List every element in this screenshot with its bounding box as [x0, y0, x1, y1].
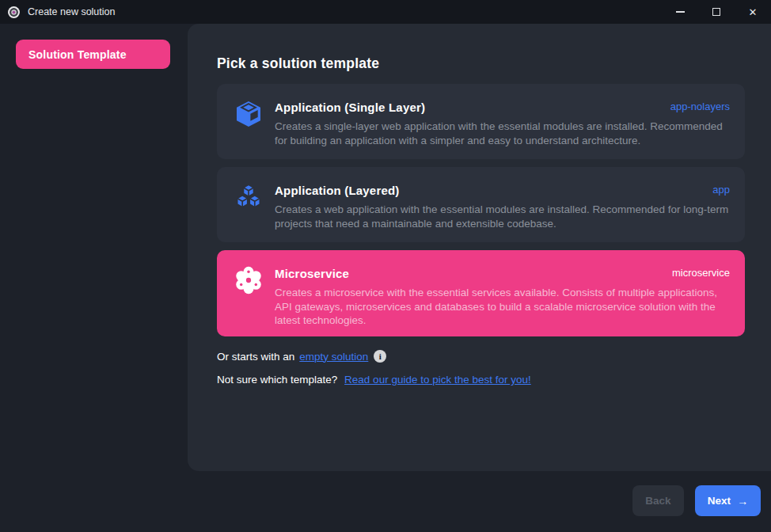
template-card-content: Application (Single Layer) Creates a sin…	[263, 101, 730, 159]
title-bar: Create new solution ✕	[0, 0, 771, 24]
template-card-microservice[interactable]: Microservice Creates a microservice with…	[217, 250, 745, 336]
template-card-application-single-layer[interactable]: Application (Single Layer) Creates a sin…	[217, 84, 745, 159]
sidebar-item-solution-template[interactable]: Solution Template	[16, 40, 170, 69]
template-description: Creates a microservice with the essentia…	[275, 286, 730, 328]
back-button[interactable]: Back	[632, 485, 684, 516]
template-card-content: Application (Layered) Creates a web appl…	[263, 184, 730, 242]
template-title: Application (Single Layer)	[275, 101, 730, 114]
microservice-icon	[234, 266, 263, 336]
next-button[interactable]: Next →	[695, 485, 761, 516]
cubes-icon	[234, 183, 263, 242]
close-button[interactable]: ✕	[735, 0, 771, 24]
maximize-icon	[712, 8, 720, 16]
page-title: Pick a solution template	[217, 55, 745, 72]
template-description: Creates a single-layer web application w…	[275, 120, 730, 147]
empty-solution-line: Or starts with an empty solution i	[217, 350, 745, 363]
minimize-icon	[676, 11, 685, 13]
guide-link[interactable]: Read our guide to pick the best for you!	[344, 374, 531, 386]
template-title: Microservice	[275, 267, 730, 280]
template-title: Application (Layered)	[275, 184, 730, 197]
minimize-button[interactable]	[662, 0, 698, 24]
template-card-application-layered[interactable]: Application (Layered) Creates a web appl…	[217, 167, 745, 242]
empty-solution-link[interactable]: empty solution	[299, 351, 368, 363]
empty-solution-prefix: Or starts with an	[217, 351, 294, 363]
maximize-button[interactable]	[698, 0, 735, 24]
window-title: Create new solution	[28, 6, 115, 17]
arrow-right-icon: →	[737, 495, 748, 507]
template-description: Creates a web application with the essen…	[275, 203, 730, 230]
next-button-label: Next	[708, 495, 731, 507]
cube-icon	[234, 100, 263, 159]
guide-prefix: Not sure which template?	[217, 374, 337, 386]
main-panel: Pick a solution template Application (Si…	[188, 24, 771, 471]
app-logo-icon	[7, 6, 21, 19]
sidebar-item-label: Solution Template	[28, 48, 127, 61]
template-badge: microservice	[672, 267, 730, 279]
back-button-label: Back	[645, 495, 670, 507]
template-badge: app-nolayers	[670, 101, 730, 112]
window-controls: ✕	[662, 0, 771, 24]
guide-line: Not sure which template? Read our guide …	[217, 374, 745, 386]
template-card-content: Microservice Creates a microservice with…	[263, 267, 730, 336]
info-icon[interactable]: i	[374, 350, 386, 363]
close-icon: ✕	[749, 7, 758, 17]
template-badge: app	[712, 184, 730, 196]
